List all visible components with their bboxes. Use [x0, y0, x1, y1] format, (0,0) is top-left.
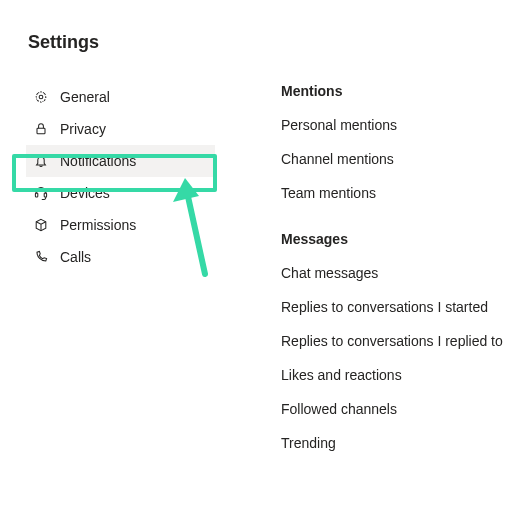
lock-icon: [32, 120, 50, 138]
sidebar-item-calls[interactable]: Calls: [26, 241, 215, 273]
row-replies-started[interactable]: Replies to conversations I started: [281, 299, 503, 315]
bell-icon: [32, 152, 50, 170]
sidebar-item-privacy[interactable]: Privacy: [26, 113, 215, 145]
gear-icon: [32, 88, 50, 106]
row-trending[interactable]: Trending: [281, 435, 503, 451]
sidebar-item-permissions[interactable]: Permissions: [26, 209, 215, 241]
sidebar-item-label: Permissions: [60, 217, 136, 233]
row-chat-messages[interactable]: Chat messages: [281, 265, 503, 281]
sidebar-item-general[interactable]: General: [26, 81, 215, 113]
svg-point-0: [39, 95, 43, 99]
sidebar-item-label: Notifications: [60, 153, 136, 169]
settings-content: Mentions Personal mentions Channel menti…: [215, 81, 503, 469]
settings-sidebar: General Privacy Notifications Devices Pe: [0, 81, 215, 469]
section-header-mentions: Mentions: [281, 83, 503, 99]
headset-icon: [32, 184, 50, 202]
package-icon: [32, 216, 50, 234]
row-followed-channels[interactable]: Followed channels: [281, 401, 503, 417]
sidebar-item-label: Devices: [60, 185, 110, 201]
svg-rect-2: [37, 128, 45, 134]
page-title: Settings: [0, 0, 512, 53]
section-header-messages: Messages: [281, 231, 503, 247]
row-personal-mentions[interactable]: Personal mentions: [281, 117, 503, 133]
row-replies-replied[interactable]: Replies to conversations I replied to: [281, 333, 503, 349]
sidebar-item-label: Calls: [60, 249, 91, 265]
sidebar-item-label: Privacy: [60, 121, 106, 137]
row-team-mentions[interactable]: Team mentions: [281, 185, 503, 201]
sidebar-item-notifications[interactable]: Notifications: [26, 145, 215, 177]
row-likes-reactions[interactable]: Likes and reactions: [281, 367, 503, 383]
sidebar-item-label: General: [60, 89, 110, 105]
sidebar-item-devices[interactable]: Devices: [26, 177, 215, 209]
phone-icon: [32, 248, 50, 266]
row-channel-mentions[interactable]: Channel mentions: [281, 151, 503, 167]
